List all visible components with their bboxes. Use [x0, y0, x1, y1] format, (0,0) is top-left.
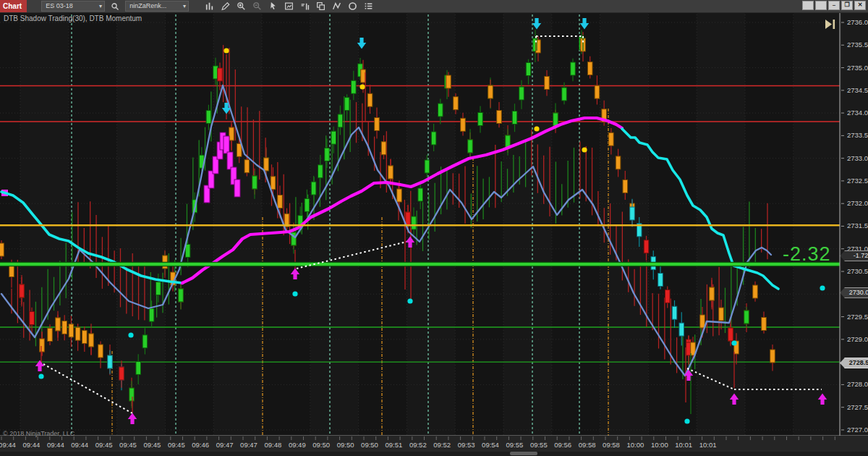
renko-bar	[512, 111, 517, 124]
bars-style-icon[interactable]	[203, 1, 215, 12]
renko-bar	[98, 345, 103, 358]
renko-bar	[744, 311, 749, 324]
renko-bar	[446, 75, 451, 88]
chart-canvas[interactable]: 2736.002735.502735.002734.502734.002733.…	[0, 12, 868, 456]
renko-bar	[136, 361, 141, 374]
price-tick-label: 2727.00	[847, 426, 868, 434]
price-marker-badge: 2728.50	[840, 358, 868, 368]
ellipse-icon[interactable]	[346, 1, 358, 12]
price-tick-label: 2731.50	[847, 221, 868, 229]
renko-bar	[89, 334, 94, 347]
go-to-end-button[interactable]	[823, 19, 838, 30]
price-tick-label: 2733.00	[847, 154, 868, 162]
chart-trader-icon[interactable]	[299, 1, 310, 12]
time-tick-label: 10:00	[627, 441, 644, 449]
price-tick-label: 2735.00	[847, 64, 868, 72]
time-tick-label: 09:49	[289, 441, 306, 449]
renko-bar	[406, 212, 411, 225]
renko-bar	[545, 77, 550, 90]
price-tick-label: 2729.00	[847, 335, 868, 343]
close-button[interactable]: ✕	[854, 1, 866, 10]
renko-bar	[185, 244, 190, 257]
renko-bar	[244, 160, 250, 173]
time-tick-label: 09:47	[216, 441, 234, 449]
renko-bar	[431, 132, 436, 145]
swing-high-dot	[359, 84, 365, 89]
renko-bar	[461, 118, 466, 131]
price-marker-badge: -1.72	[840, 250, 868, 261]
cursor-icon[interactable]	[267, 1, 278, 12]
renko-bar	[129, 388, 135, 401]
renko-bar	[497, 111, 502, 124]
swing-low-dot	[128, 332, 133, 337]
time-tick-label: 09:47	[240, 441, 258, 449]
chevron-down-icon: ▾	[183, 1, 186, 11]
renko-bar	[658, 274, 663, 287]
swing-low-dot	[407, 298, 412, 303]
renko-bar	[375, 118, 380, 131]
renko-bar	[770, 350, 775, 363]
session-band	[310, 12, 359, 436]
renko-bar	[361, 69, 366, 83]
renko-bar	[679, 323, 684, 336]
layers-icon[interactable]	[315, 1, 326, 12]
time-tick-label: 09:44	[0, 441, 16, 449]
swing-high-dot	[224, 48, 229, 53]
time-tick-label: 09:50	[361, 441, 378, 449]
pencil-icon[interactable]	[219, 1, 231, 12]
renko-bar	[623, 180, 628, 193]
toolbar: Chart ES 03-18 ▾ ninZaRenk... ▾	[0, 0, 868, 13]
time-tick-label: 09:52	[433, 441, 451, 449]
renko-bar	[318, 165, 323, 178]
time-tick-label: 09:44	[23, 441, 41, 449]
renko-bar	[56, 318, 61, 331]
renko-bar	[331, 131, 336, 144]
renko-bar	[142, 335, 148, 348]
time-tick-label: 09:54	[482, 441, 499, 449]
scrollbar-track	[0, 452, 868, 456]
chart-indicator-label: DTB Shadow Trading(30), DTB Momentum	[4, 14, 142, 22]
swing-low-dot	[292, 291, 297, 296]
price-tick-label: 2734.00	[847, 109, 868, 117]
restore-button[interactable]: ❐	[841, 1, 853, 10]
window-button-2[interactable]	[815, 1, 827, 10]
renko-bar	[762, 318, 767, 331]
renko-bar	[252, 176, 258, 189]
price-tick-label: 2727.50	[847, 403, 868, 411]
momentum-value-label: -2.32	[783, 243, 831, 266]
renko-bar	[571, 62, 576, 75]
renko-bar	[344, 98, 349, 111]
price-tick-label: 2728.00	[847, 380, 868, 388]
window-button-1[interactable]	[802, 1, 814, 10]
time-tick-label: 09:56	[554, 441, 571, 449]
renko-bar	[305, 198, 310, 211]
renko-bar	[237, 143, 242, 156]
horizontal-scrollbar-thumb[interactable]	[510, 452, 537, 455]
region-snapshot-icon[interactable]	[283, 1, 294, 12]
zoom-out-icon[interactable]	[251, 1, 263, 12]
minimize-button[interactable]: –	[828, 1, 840, 10]
time-tick-label: 09:53	[458, 441, 475, 449]
renko-bar	[338, 114, 343, 127]
time-tick-label: 09:44	[47, 441, 64, 449]
renko-bar	[156, 282, 161, 295]
chart-tab-badge[interactable]: Chart	[0, 0, 27, 12]
search-icon[interactable]	[109, 1, 121, 12]
list-icon[interactable]	[362, 1, 374, 12]
swing-low-dot	[731, 340, 736, 345]
renko-bar	[519, 87, 524, 100]
magenta-momentum-bar	[227, 152, 233, 169]
renko-bar	[82, 331, 88, 344]
renko-bar	[553, 113, 558, 126]
price-tick-label: 2732.00	[847, 199, 868, 207]
swing-high-dot	[582, 147, 587, 152]
zoom-in-icon[interactable]	[235, 1, 247, 12]
magenta-momentum-bar	[234, 180, 240, 197]
instrument-select[interactable]: ES 03-18 ▾	[41, 1, 105, 12]
time-tick-label: 09:44	[71, 441, 88, 449]
zigzag-icon[interactable]	[331, 1, 342, 12]
swing-low-dot	[684, 418, 689, 423]
time-tick-label: 09:45	[119, 441, 137, 449]
template-select[interactable]: ninZaRenk... ▾	[125, 1, 189, 12]
time-tick-label: 09:45	[95, 441, 113, 449]
